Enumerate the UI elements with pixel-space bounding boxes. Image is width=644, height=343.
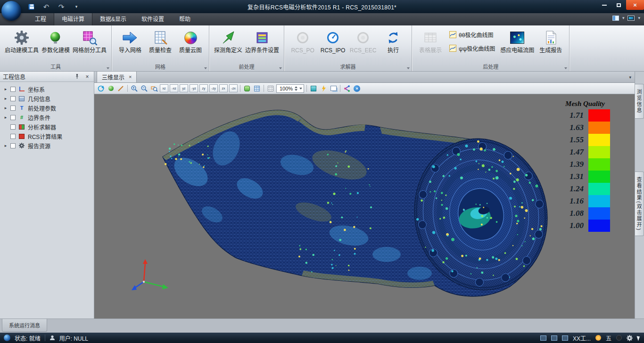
menu-tab-project[interactable]: 工程 bbox=[27, 12, 54, 25]
undo-button[interactable]: ↶ bbox=[41, 2, 51, 11]
share-view-button[interactable] bbox=[343, 84, 351, 93]
taskbar-window-icon[interactable] bbox=[551, 335, 557, 341]
theta-polarization-button[interactable]: θθ极化曲线图 bbox=[449, 31, 495, 39]
chevron-down-icon[interactable]: ▾ bbox=[638, 16, 640, 20]
window-layout-button[interactable] bbox=[329, 84, 338, 93]
light-toggle-button[interactable] bbox=[319, 84, 328, 93]
viewport-close-button[interactable]: × bbox=[353, 84, 361, 93]
view-neg-xz-button[interactable]: -xz bbox=[170, 84, 178, 92]
pin-icon[interactable] bbox=[73, 74, 81, 80]
maximize-button[interactable] bbox=[611, 0, 626, 10]
zoom-level-combo[interactable]: 100% bbox=[276, 84, 304, 93]
grid-toggle-button[interactable] bbox=[266, 84, 275, 93]
tree-item-boundary-conditions[interactable]: # 边界条件 bbox=[0, 113, 94, 122]
zoom-spinner[interactable] bbox=[295, 86, 297, 91]
pan-button[interactable] bbox=[107, 84, 115, 93]
view-neg-zy-button[interactable]: -zy bbox=[209, 84, 218, 92]
ime-indicator[interactable]: 五 bbox=[606, 334, 611, 342]
tree-checkbox[interactable] bbox=[10, 134, 16, 139]
app-logo-icon[interactable] bbox=[1, 1, 21, 21]
weather-icon[interactable] bbox=[595, 335, 601, 341]
tree-item-geometry-info[interactable]: 几何信息 bbox=[0, 94, 94, 103]
zoom-in-button[interactable] bbox=[130, 84, 139, 93]
expander-icon[interactable] bbox=[3, 106, 8, 110]
browse-info-tab[interactable]: 浏览信息 bbox=[635, 84, 644, 119]
zoom-out-button[interactable] bbox=[140, 84, 149, 93]
tree-checkbox[interactable] bbox=[10, 106, 16, 111]
tree-item-preprocess-params[interactable]: T 前处理参数 bbox=[0, 103, 94, 113]
tree-item-coordinate-system[interactable]: 坐标系 bbox=[0, 84, 94, 94]
parametric-modeling-button[interactable]: 参数化建模 bbox=[40, 28, 71, 55]
menu-tab-help[interactable]: 帮助 bbox=[172, 12, 198, 25]
zoom-window-button[interactable] bbox=[150, 84, 158, 93]
view-xz-button[interactable]: xz bbox=[160, 84, 168, 92]
taskbar-label[interactable]: XX工... bbox=[573, 334, 591, 342]
tab-close-icon[interactable]: × bbox=[129, 74, 132, 80]
paw-icon[interactable] bbox=[616, 335, 622, 341]
viewport-3d-scene[interactable] bbox=[94, 94, 635, 318]
view-zx-button[interactable]: zx bbox=[219, 84, 228, 92]
close-button[interactable]: × bbox=[626, 0, 644, 10]
wireframe-view-button[interactable] bbox=[253, 84, 261, 93]
taskbar-window-icon[interactable] bbox=[540, 335, 546, 341]
undo-icon: ↶ bbox=[43, 3, 50, 10]
save-button[interactable] bbox=[26, 2, 36, 11]
measure-button[interactable] bbox=[116, 84, 125, 93]
expander-icon[interactable] bbox=[3, 96, 8, 101]
view-neg-yz-button[interactable]: -yz bbox=[190, 84, 198, 92]
orbit-rotate-button[interactable] bbox=[97, 84, 105, 93]
view-zy-button[interactable]: zy bbox=[199, 84, 208, 92]
generate-report-button[interactable]: 生成报告 bbox=[536, 28, 566, 55]
launch-modeling-tool-button[interactable]: 启动建模工具 bbox=[3, 28, 40, 55]
group-dialog-caret[interactable] bbox=[407, 67, 410, 69]
tree-item-analysis-solver[interactable]: 分析求解器 bbox=[0, 122, 94, 131]
gear-icon[interactable] bbox=[627, 335, 633, 341]
probe-angle-button[interactable]: 探测角定义 bbox=[213, 28, 244, 55]
execute-button[interactable]: 执行 bbox=[378, 28, 408, 55]
view-neg-zx-button[interactable]: -zx bbox=[229, 84, 238, 92]
expander-icon[interactable] bbox=[3, 87, 8, 91]
expander-icon[interactable] bbox=[3, 143, 8, 148]
chevron-down-icon[interactable] bbox=[299, 88, 302, 90]
system-messages-tab[interactable]: 系统运行消息 bbox=[2, 319, 47, 332]
view-yz-button[interactable]: yz bbox=[180, 84, 188, 92]
tabstrip-menu-caret[interactable]: ▾ bbox=[629, 75, 631, 80]
expander-icon[interactable] bbox=[3, 115, 8, 120]
view-results-tab[interactable]: 查看结果(双击展开) bbox=[635, 172, 644, 236]
highlight-mode-button[interactable] bbox=[309, 84, 318, 93]
minimize-button[interactable] bbox=[597, 0, 611, 10]
import-mesh-button[interactable]: 导入网格 bbox=[115, 28, 145, 55]
psi-polarization-button[interactable]: ψψ极化曲线图 bbox=[449, 44, 495, 52]
tree-checkbox[interactable] bbox=[10, 124, 16, 130]
group-dialog-caret[interactable] bbox=[564, 67, 567, 69]
chevron-down-icon[interactable]: ▾ bbox=[622, 16, 625, 20]
group-dialog-caret[interactable] bbox=[204, 67, 207, 69]
panel-close-icon[interactable]: × bbox=[83, 74, 91, 80]
solver-rcs-ipo-button[interactable]: RCS_IPO bbox=[318, 28, 348, 55]
tree-checkbox[interactable] bbox=[10, 143, 16, 148]
menu-tab-data-display[interactable]: 数据&显示 bbox=[92, 12, 134, 25]
boundary-condition-button[interactable]: 边界条件设置 bbox=[244, 28, 281, 55]
display-settings-icon[interactable] bbox=[627, 16, 635, 21]
mesh-partition-tool-button[interactable]: 网格剖分工具 bbox=[71, 28, 108, 55]
shaded-view-button[interactable] bbox=[243, 84, 251, 93]
tab-3d-display[interactable]: 三维显示 × bbox=[97, 71, 137, 82]
tree-item-report-resources[interactable]: 报告资源 bbox=[0, 141, 94, 150]
quality-check-button[interactable]: 质量检查 bbox=[145, 28, 175, 55]
menu-tab-em-compute[interactable]: 电磁计算 bbox=[54, 12, 92, 25]
tree-checkbox[interactable] bbox=[10, 96, 16, 101]
group-dialog-caret[interactable] bbox=[279, 67, 282, 69]
induced-current-map-button[interactable]: 感应电磁流图 bbox=[499, 28, 536, 55]
tree-item-rcs-results[interactable]: RCS计算结果 bbox=[0, 131, 94, 141]
menu-tab-settings[interactable]: 软件设置 bbox=[134, 12, 172, 25]
layout-toggle-icon[interactable] bbox=[612, 16, 619, 21]
viewport-3d[interactable]: Mesh Quality 1.71 1.63 1.55 1.47 1.39 1.… bbox=[94, 94, 635, 318]
taskbar-window-icon[interactable] bbox=[562, 335, 568, 341]
ribbon-group-solver: RCS_PO RCS_IPO RCS_EEC bbox=[284, 25, 412, 71]
qat-dropdown-button[interactable]: ▾ bbox=[72, 2, 81, 11]
quality-contour-button[interactable]: 质量云图 bbox=[175, 28, 206, 55]
redo-button[interactable]: ↷ bbox=[57, 2, 66, 11]
tree-checkbox[interactable] bbox=[10, 115, 16, 120]
tree-checkbox[interactable] bbox=[10, 87, 16, 92]
group-dialog-caret[interactable] bbox=[107, 67, 109, 69]
